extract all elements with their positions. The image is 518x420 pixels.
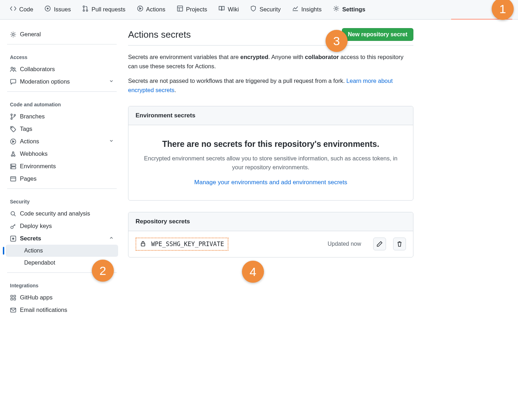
webhook-icon [10,151,16,157]
environment-secrets-heading: Environment secrets [128,106,413,125]
gear-icon [10,31,16,38]
svg-rect-29 [11,298,12,300]
sidebar-deploy-keys[interactable]: Deploy keys [6,220,118,232]
sidebar-tags[interactable]: Tags [6,123,118,135]
svg-rect-28 [14,295,16,297]
svg-rect-30 [14,298,16,300]
svg-point-9 [11,67,13,69]
sidebar-secrets[interactable]: Secrets [6,232,118,245]
divider [7,188,117,189]
new-repository-secret-button[interactable]: New repository secret [342,28,413,41]
tab-pull-requests[interactable]: Pull requests [78,2,130,17]
svg-point-18 [12,151,14,153]
description-2: Secrets are not passed to workflows that… [128,76,413,95]
sidebar-group-security: Security [6,192,118,207]
tag-icon [10,126,16,132]
sidebar-branches[interactable]: Branches [6,110,118,123]
svg-rect-32 [141,243,145,246]
divider [7,91,117,92]
people-icon [10,66,16,73]
tab-actions[interactable]: Actions [133,2,170,17]
tab-insights[interactable]: Insights [288,2,326,17]
annotation-4: 4 [242,261,264,283]
svg-point-11 [11,114,12,115]
svg-point-12 [11,118,12,119]
issue-icon [44,5,51,13]
environment-secrets-panel: Environment secrets There are no secrets… [128,106,413,201]
description-1: Secrets are environment variables that a… [128,53,413,71]
sidebar-secrets-actions[interactable]: Actions [6,245,118,257]
shield-icon [250,5,257,13]
svg-point-8 [12,33,14,36]
scan-icon [10,211,16,217]
gear-icon [333,5,339,13]
sidebar-code-security[interactable]: Code security and analysis [6,207,118,220]
annotation-3: 3 [326,30,348,52]
lock-icon [140,240,146,248]
sidebar-collaborators[interactable]: Collaborators [6,63,118,75]
svg-rect-23 [11,176,16,181]
annotation-2: 2 [92,260,114,282]
main-content: Actions secrets New repository secret Se… [121,20,423,325]
svg-point-4 [86,10,88,11]
repository-secrets-panel: Repository secrets WPE_SSHG_KEY_PRIVATE … [128,212,413,257]
sidebar-github-apps[interactable]: GitHub apps [6,291,118,304]
manage-environments-link[interactable]: Manage your environments and add environ… [194,179,347,186]
page-title: Actions secrets [128,29,191,40]
svg-point-10 [14,68,15,69]
sidebar-actions[interactable]: Actions [6,135,118,148]
asterisk-icon [10,235,16,242]
mail-icon [10,307,16,313]
env-empty-subtitle: Encrypted environment secrets allow you … [138,154,403,172]
svg-rect-27 [11,295,12,297]
project-icon [177,5,183,13]
server-icon [10,163,16,170]
graph-icon [292,5,298,13]
tab-settings[interactable]: Settings [329,2,370,17]
divider [7,44,117,44]
svg-point-14 [11,127,12,128]
secret-updated: Updated now [328,241,361,247]
pr-icon [82,5,89,13]
sidebar-email-notifications[interactable]: Email notifications [6,304,118,316]
repo-tabs: Code Issues Pull requests Actions Projec… [0,0,518,20]
svg-rect-6 [177,6,183,11]
sidebar-moderation[interactable]: Moderation options [6,75,118,88]
env-empty-title: There are no secrets for this repository… [138,139,403,149]
page-header: Actions secrets New repository secret [128,28,413,46]
svg-point-24 [11,211,15,215]
secret-name-highlight: WPE_SSHG_KEY_PRIVATE [136,238,228,251]
svg-point-1 [47,8,48,9]
delete-secret-button[interactable] [393,238,406,250]
edit-secret-button[interactable] [373,238,386,250]
repository-secrets-heading: Repository secrets [128,212,413,231]
chevron-down-icon [109,78,114,85]
browser-icon [10,176,16,182]
svg-point-22 [11,168,12,168]
tab-wiki[interactable]: Wiki [214,2,243,17]
secret-row: WPE_SSHG_KEY_PRIVATE Updated now [128,231,413,257]
svg-point-2 [83,6,85,7]
sidebar-pages[interactable]: Pages [6,172,118,185]
svg-point-17 [14,155,15,156]
svg-point-13 [14,114,15,116]
key-icon [10,223,16,229]
sidebar-group-code: Code and automation [6,95,118,110]
sidebar-webhooks[interactable]: Webhooks [6,148,118,160]
sidebar-general[interactable]: General [6,28,118,41]
apps-icon [10,294,16,301]
book-icon [218,5,225,13]
play-icon [137,5,143,13]
tab-security[interactable]: Security [246,2,285,17]
sidebar-environments[interactable]: Environments [6,160,118,172]
tab-issues[interactable]: Issues [40,2,75,17]
chevron-down-icon [109,138,114,145]
svg-point-21 [11,165,12,165]
chevron-up-icon [109,235,114,242]
branch-icon [10,113,16,120]
comment-icon [10,79,16,85]
tab-code[interactable]: Code [6,2,37,17]
play-icon [10,138,16,145]
svg-point-7 [335,7,337,10]
tab-projects[interactable]: Projects [173,2,212,17]
